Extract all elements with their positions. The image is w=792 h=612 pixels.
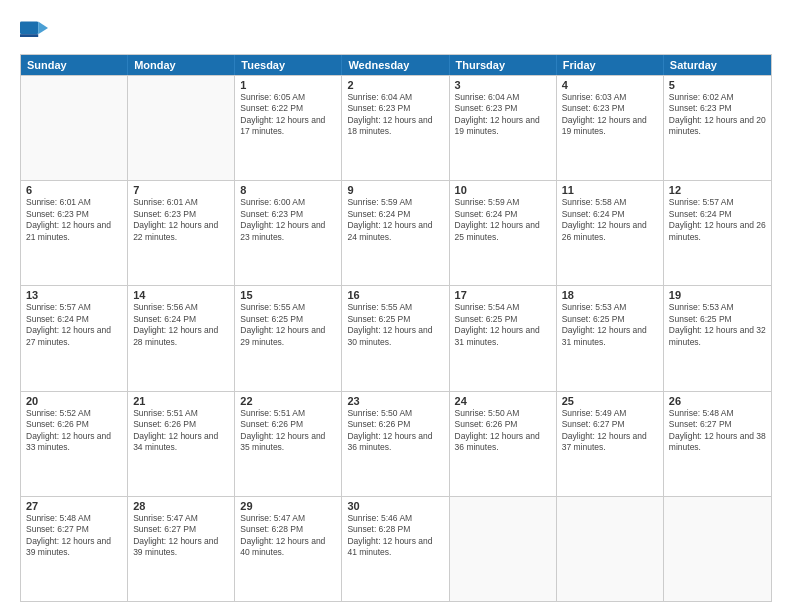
day-info: Sunrise: 5:51 AM Sunset: 6:26 PM Dayligh… — [240, 408, 336, 454]
day-27: 27Sunrise: 5:48 AM Sunset: 6:27 PM Dayli… — [21, 497, 128, 601]
header-day-tuesday: Tuesday — [235, 55, 342, 75]
logo-icon — [20, 16, 48, 44]
day-21: 21Sunrise: 5:51 AM Sunset: 6:26 PM Dayli… — [128, 392, 235, 496]
empty-cell — [557, 497, 664, 601]
calendar-header: SundayMondayTuesdayWednesdayThursdayFrid… — [21, 55, 771, 75]
day-number: 20 — [26, 395, 122, 407]
day-number: 26 — [669, 395, 766, 407]
day-number: 11 — [562, 184, 658, 196]
day-number: 3 — [455, 79, 551, 91]
calendar-row-1: 1Sunrise: 6:05 AM Sunset: 6:22 PM Daylig… — [21, 75, 771, 180]
empty-cell — [21, 76, 128, 180]
day-19: 19Sunrise: 5:53 AM Sunset: 6:25 PM Dayli… — [664, 286, 771, 390]
calendar-row-2: 6Sunrise: 6:01 AM Sunset: 6:23 PM Daylig… — [21, 180, 771, 285]
day-number: 24 — [455, 395, 551, 407]
day-info: Sunrise: 6:05 AM Sunset: 6:22 PM Dayligh… — [240, 92, 336, 138]
day-info: Sunrise: 5:48 AM Sunset: 6:27 PM Dayligh… — [26, 513, 122, 559]
day-26: 26Sunrise: 5:48 AM Sunset: 6:27 PM Dayli… — [664, 392, 771, 496]
header-day-monday: Monday — [128, 55, 235, 75]
day-number: 12 — [669, 184, 766, 196]
day-number: 25 — [562, 395, 658, 407]
day-23: 23Sunrise: 5:50 AM Sunset: 6:26 PM Dayli… — [342, 392, 449, 496]
header-day-sunday: Sunday — [21, 55, 128, 75]
day-number: 13 — [26, 289, 122, 301]
day-info: Sunrise: 6:01 AM Sunset: 6:23 PM Dayligh… — [133, 197, 229, 243]
day-18: 18Sunrise: 5:53 AM Sunset: 6:25 PM Dayli… — [557, 286, 664, 390]
day-info: Sunrise: 5:53 AM Sunset: 6:25 PM Dayligh… — [669, 302, 766, 348]
empty-cell — [450, 497, 557, 601]
day-1: 1Sunrise: 6:05 AM Sunset: 6:22 PM Daylig… — [235, 76, 342, 180]
day-13: 13Sunrise: 5:57 AM Sunset: 6:24 PM Dayli… — [21, 286, 128, 390]
day-number: 21 — [133, 395, 229, 407]
day-10: 10Sunrise: 5:59 AM Sunset: 6:24 PM Dayli… — [450, 181, 557, 285]
day-5: 5Sunrise: 6:02 AM Sunset: 6:23 PM Daylig… — [664, 76, 771, 180]
day-24: 24Sunrise: 5:50 AM Sunset: 6:26 PM Dayli… — [450, 392, 557, 496]
calendar-row-4: 20Sunrise: 5:52 AM Sunset: 6:26 PM Dayli… — [21, 391, 771, 496]
day-22: 22Sunrise: 5:51 AM Sunset: 6:26 PM Dayli… — [235, 392, 342, 496]
day-number: 4 — [562, 79, 658, 91]
day-12: 12Sunrise: 5:57 AM Sunset: 6:24 PM Dayli… — [664, 181, 771, 285]
day-20: 20Sunrise: 5:52 AM Sunset: 6:26 PM Dayli… — [21, 392, 128, 496]
day-29: 29Sunrise: 5:47 AM Sunset: 6:28 PM Dayli… — [235, 497, 342, 601]
day-info: Sunrise: 6:04 AM Sunset: 6:23 PM Dayligh… — [455, 92, 551, 138]
day-7: 7Sunrise: 6:01 AM Sunset: 6:23 PM Daylig… — [128, 181, 235, 285]
day-3: 3Sunrise: 6:04 AM Sunset: 6:23 PM Daylig… — [450, 76, 557, 180]
day-info: Sunrise: 6:03 AM Sunset: 6:23 PM Dayligh… — [562, 92, 658, 138]
day-number: 27 — [26, 500, 122, 512]
day-2: 2Sunrise: 6:04 AM Sunset: 6:23 PM Daylig… — [342, 76, 449, 180]
day-info: Sunrise: 6:01 AM Sunset: 6:23 PM Dayligh… — [26, 197, 122, 243]
day-number: 14 — [133, 289, 229, 301]
day-number: 10 — [455, 184, 551, 196]
day-number: 19 — [669, 289, 766, 301]
day-number: 9 — [347, 184, 443, 196]
day-info: Sunrise: 5:50 AM Sunset: 6:26 PM Dayligh… — [455, 408, 551, 454]
day-info: Sunrise: 5:51 AM Sunset: 6:26 PM Dayligh… — [133, 408, 229, 454]
header-day-thursday: Thursday — [450, 55, 557, 75]
calendar-row-5: 27Sunrise: 5:48 AM Sunset: 6:27 PM Dayli… — [21, 496, 771, 601]
day-8: 8Sunrise: 6:00 AM Sunset: 6:23 PM Daylig… — [235, 181, 342, 285]
svg-marker-1 — [38, 22, 48, 35]
day-number: 16 — [347, 289, 443, 301]
day-6: 6Sunrise: 6:01 AM Sunset: 6:23 PM Daylig… — [21, 181, 128, 285]
day-info: Sunrise: 5:46 AM Sunset: 6:28 PM Dayligh… — [347, 513, 443, 559]
svg-rect-0 — [20, 22, 38, 35]
day-info: Sunrise: 5:54 AM Sunset: 6:25 PM Dayligh… — [455, 302, 551, 348]
day-number: 29 — [240, 500, 336, 512]
day-info: Sunrise: 5:56 AM Sunset: 6:24 PM Dayligh… — [133, 302, 229, 348]
day-number: 1 — [240, 79, 336, 91]
day-info: Sunrise: 5:48 AM Sunset: 6:27 PM Dayligh… — [669, 408, 766, 454]
calendar-body: 1Sunrise: 6:05 AM Sunset: 6:22 PM Daylig… — [21, 75, 771, 601]
day-16: 16Sunrise: 5:55 AM Sunset: 6:25 PM Dayli… — [342, 286, 449, 390]
empty-cell — [664, 497, 771, 601]
day-info: Sunrise: 5:59 AM Sunset: 6:24 PM Dayligh… — [347, 197, 443, 243]
day-number: 5 — [669, 79, 766, 91]
day-info: Sunrise: 5:49 AM Sunset: 6:27 PM Dayligh… — [562, 408, 658, 454]
day-28: 28Sunrise: 5:47 AM Sunset: 6:27 PM Dayli… — [128, 497, 235, 601]
day-info: Sunrise: 5:57 AM Sunset: 6:24 PM Dayligh… — [26, 302, 122, 348]
day-info: Sunrise: 5:47 AM Sunset: 6:28 PM Dayligh… — [240, 513, 336, 559]
header-day-saturday: Saturday — [664, 55, 771, 75]
day-14: 14Sunrise: 5:56 AM Sunset: 6:24 PM Dayli… — [128, 286, 235, 390]
day-info: Sunrise: 5:50 AM Sunset: 6:26 PM Dayligh… — [347, 408, 443, 454]
day-number: 22 — [240, 395, 336, 407]
day-number: 28 — [133, 500, 229, 512]
day-15: 15Sunrise: 5:55 AM Sunset: 6:25 PM Dayli… — [235, 286, 342, 390]
day-9: 9Sunrise: 5:59 AM Sunset: 6:24 PM Daylig… — [342, 181, 449, 285]
day-number: 18 — [562, 289, 658, 301]
day-info: Sunrise: 5:55 AM Sunset: 6:25 PM Dayligh… — [347, 302, 443, 348]
day-number: 2 — [347, 79, 443, 91]
day-info: Sunrise: 6:00 AM Sunset: 6:23 PM Dayligh… — [240, 197, 336, 243]
day-number: 30 — [347, 500, 443, 512]
day-17: 17Sunrise: 5:54 AM Sunset: 6:25 PM Dayli… — [450, 286, 557, 390]
day-number: 6 — [26, 184, 122, 196]
calendar: SundayMondayTuesdayWednesdayThursdayFrid… — [20, 54, 772, 602]
logo — [20, 16, 52, 44]
calendar-row-3: 13Sunrise: 5:57 AM Sunset: 6:24 PM Dayli… — [21, 285, 771, 390]
day-4: 4Sunrise: 6:03 AM Sunset: 6:23 PM Daylig… — [557, 76, 664, 180]
day-25: 25Sunrise: 5:49 AM Sunset: 6:27 PM Dayli… — [557, 392, 664, 496]
day-11: 11Sunrise: 5:58 AM Sunset: 6:24 PM Dayli… — [557, 181, 664, 285]
day-info: Sunrise: 6:04 AM Sunset: 6:23 PM Dayligh… — [347, 92, 443, 138]
day-info: Sunrise: 5:57 AM Sunset: 6:24 PM Dayligh… — [669, 197, 766, 243]
header-day-wednesday: Wednesday — [342, 55, 449, 75]
day-number: 7 — [133, 184, 229, 196]
